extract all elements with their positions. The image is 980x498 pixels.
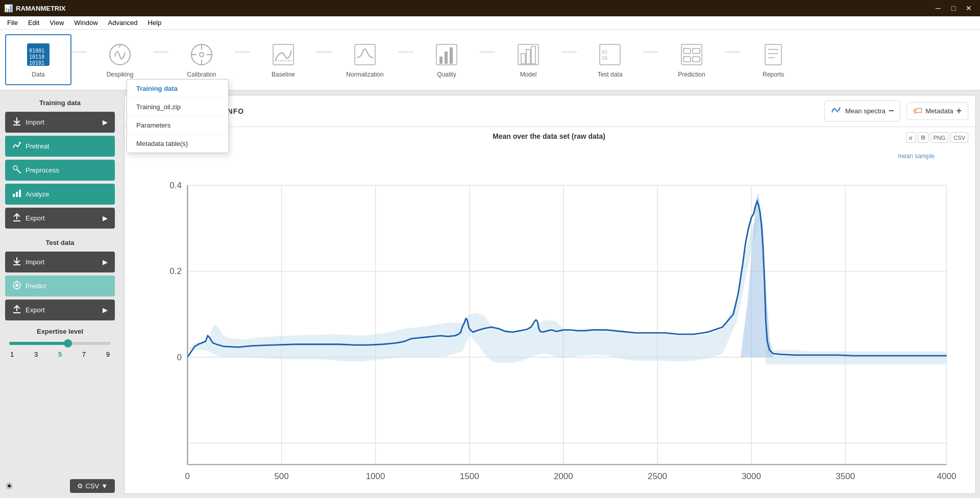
svg-point-4 bbox=[110, 44, 130, 65]
png-button[interactable]: PNG bbox=[930, 132, 949, 143]
analyze-button[interactable]: Analyze bbox=[5, 184, 115, 205]
toolbar-testdata-label: Test data bbox=[598, 71, 623, 78]
toolbar-connector-1 bbox=[71, 52, 87, 53]
model-icon bbox=[515, 41, 542, 68]
minimize-button[interactable]: ─ bbox=[931, 1, 945, 15]
csv-label: CSV bbox=[85, 482, 99, 490]
menu-edit[interactable]: Edit bbox=[23, 18, 44, 28]
export-button[interactable]: Export ▶ bbox=[5, 208, 115, 229]
despiking-icon bbox=[107, 41, 133, 68]
content-header: 01001 10110 10101 ℹ TRAINING DATA INFO bbox=[125, 95, 975, 127]
import-icon bbox=[12, 117, 21, 128]
svg-text:1000: 1000 bbox=[366, 471, 385, 481]
chart-band bbox=[187, 203, 946, 364]
import-label: Import bbox=[26, 118, 44, 126]
import-test-button[interactable]: Import ▶ bbox=[5, 252, 115, 272]
pretreat-button[interactable]: Pretreat bbox=[5, 136, 115, 157]
preprocess-label: Preprocess bbox=[26, 166, 59, 174]
toolbar-connector-4 bbox=[316, 52, 332, 53]
svg-text:10: 10 bbox=[602, 56, 607, 61]
toolbar-baseline[interactable]: Baseline bbox=[250, 34, 316, 85]
import-arrow: ▶ bbox=[103, 118, 108, 126]
tick-7: 7 bbox=[82, 351, 86, 358]
toolbar-quality[interactable]: Quality bbox=[413, 34, 480, 85]
normalization-icon bbox=[352, 41, 378, 68]
export-test-arrow: ▶ bbox=[103, 306, 108, 314]
svg-rect-23 bbox=[600, 44, 620, 65]
import-test-label: Import bbox=[26, 258, 44, 266]
toolbar-testdata[interactable]: 01 10 Test data bbox=[577, 34, 643, 85]
svg-rect-16 bbox=[439, 57, 443, 64]
toolbar-reports-label: Reports bbox=[763, 71, 784, 78]
expertise-section: Expertise level 1 3 5 7 9 bbox=[5, 328, 115, 358]
toolbar-prediction[interactable]: Prediction bbox=[658, 34, 725, 85]
menu-bar: File Edit View Window Advanced Help bbox=[0, 16, 980, 30]
toolbar-calibration[interactable]: Calibration bbox=[168, 34, 235, 85]
app-title: RAMANMETRIX bbox=[16, 5, 66, 12]
toolbar-data[interactable]: 01001 10110 10101 Data bbox=[5, 34, 71, 85]
export-test-label: Export bbox=[26, 306, 45, 314]
close-button[interactable]: ✕ bbox=[962, 1, 976, 15]
prediction-icon bbox=[678, 41, 705, 68]
expertise-ticks: 1 3 5 7 9 bbox=[9, 351, 111, 358]
menu-window[interactable]: Window bbox=[69, 18, 103, 28]
chart-svg-container: Raman intensity / arb. u bbox=[130, 142, 968, 494]
csv-group: ⚙ CSV ▼ bbox=[70, 479, 115, 493]
toolbar-reports[interactable]: Reports bbox=[740, 34, 806, 85]
maximize-button[interactable]: □ bbox=[946, 1, 961, 15]
toolbar-normalization-label: Normalization bbox=[346, 71, 383, 78]
svg-text:2500: 2500 bbox=[648, 471, 667, 481]
import-test-arrow: ▶ bbox=[103, 258, 108, 266]
mean-spectra-label: Mean spectra bbox=[845, 107, 886, 115]
calibration-icon bbox=[188, 41, 215, 68]
csv-button[interactable]: ⚙ CSV ▼ bbox=[70, 479, 115, 493]
toolbar-despiking-label: Despiking bbox=[107, 71, 134, 78]
sigma-button[interactable]: σ bbox=[906, 132, 916, 143]
menu-view[interactable]: View bbox=[44, 18, 69, 28]
svg-rect-41 bbox=[19, 190, 21, 197]
menu-file[interactable]: File bbox=[2, 18, 23, 28]
menu-help[interactable]: Help bbox=[142, 18, 166, 28]
svg-text:1500: 1500 bbox=[460, 471, 479, 481]
svg-rect-39 bbox=[13, 194, 15, 197]
export-test-icon bbox=[12, 305, 21, 315]
dropdown-file[interactable]: Training_oil.zip bbox=[127, 98, 228, 116]
analyze-label: Analyze bbox=[26, 190, 49, 198]
svg-text:Wavenumber / cm⁻¹: Wavenumber / cm⁻¹ bbox=[525, 492, 609, 494]
svg-text:10101: 10101 bbox=[29, 60, 44, 66]
expertise-title: Expertise level bbox=[5, 328, 115, 335]
toolbar-despiking[interactable]: Despiking bbox=[87, 34, 153, 85]
svg-text:2000: 2000 bbox=[554, 471, 573, 481]
mean-spectra-button[interactable]: Mean spectra − bbox=[824, 101, 900, 121]
svg-text:0.4: 0.4 bbox=[169, 181, 182, 190]
content-area: 01001 10110 10101 ℹ TRAINING DATA INFO bbox=[124, 95, 976, 494]
sidebar: Training data Import ▶ Pretreat Preproce… bbox=[0, 91, 120, 498]
quality-icon bbox=[433, 41, 460, 68]
preprocess-button[interactable]: Preprocess bbox=[5, 160, 115, 181]
predict-icon bbox=[12, 281, 21, 291]
grid-button[interactable]: ⊞ bbox=[918, 132, 928, 143]
theme-toggle-button[interactable]: ☀ bbox=[5, 481, 13, 492]
chart-area: Mean over the data set (raw data) σ ⊞ PN… bbox=[125, 127, 975, 494]
dropdown-metadata-table[interactable]: Metadata table(s) bbox=[127, 135, 228, 153]
dropdown-training-data[interactable]: Training data bbox=[127, 80, 228, 98]
toolbar-normalization[interactable]: Normalization bbox=[332, 34, 398, 85]
svg-text:0.2: 0.2 bbox=[169, 266, 182, 276]
metadata-icon: 🏷 bbox=[913, 106, 922, 116]
sidebar-bottom: ☀ ⚙ CSV ▼ bbox=[5, 474, 115, 493]
predict-button[interactable]: Predict bbox=[5, 276, 115, 296]
export-test-button[interactable]: Export ▶ bbox=[5, 300, 115, 320]
svg-text:3000: 3000 bbox=[742, 471, 761, 481]
toolbar-model[interactable]: Model bbox=[495, 34, 561, 85]
svg-rect-28 bbox=[693, 48, 700, 54]
svg-text:01001: 01001 bbox=[29, 48, 44, 54]
csv-chart-button[interactable]: CSV bbox=[950, 132, 968, 143]
metadata-button[interactable]: 🏷 Metadata + bbox=[906, 102, 968, 120]
pretreat-icon bbox=[12, 141, 21, 152]
menu-advanced[interactable]: Advanced bbox=[103, 18, 143, 28]
import-button[interactable]: Import ▶ bbox=[5, 112, 115, 133]
dropdown-parameters[interactable]: Parameters bbox=[127, 116, 228, 135]
svg-rect-17 bbox=[445, 52, 448, 64]
svg-rect-14 bbox=[355, 44, 375, 65]
import-test-icon bbox=[12, 257, 21, 267]
